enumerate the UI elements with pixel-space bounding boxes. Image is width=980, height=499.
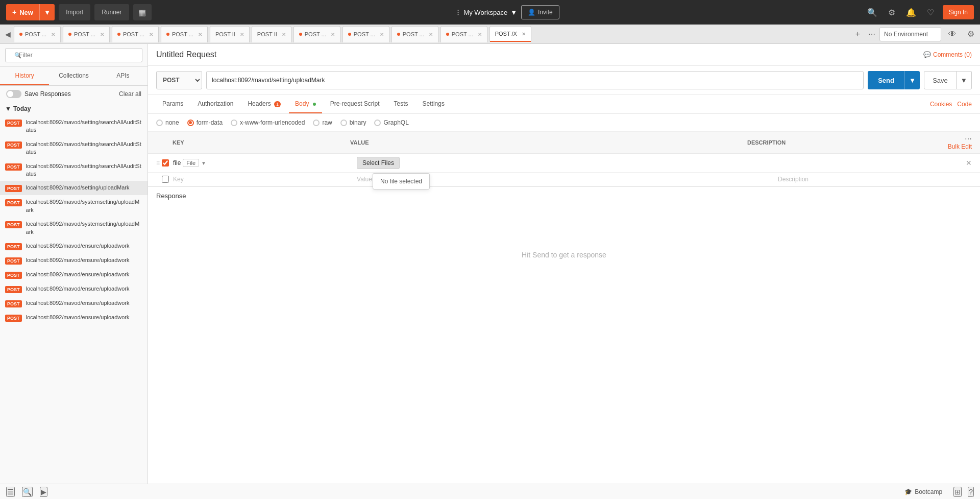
url-input[interactable]	[206, 71, 864, 89]
sidebar-tab-apis[interactable]: APIs	[99, 67, 148, 85]
new-button[interactable]: + New ▼	[6, 4, 55, 20]
bootcamp-link[interactable]: 🎓 Bootcamp	[904, 488, 942, 495]
env-eye-button[interactable]: 👁	[945, 27, 960, 41]
tab-close-icon[interactable]: ✕	[478, 32, 482, 37]
sidebar-section-today[interactable]: ▼ Today	[0, 102, 148, 115]
list-item[interactable]: POST localhost:8092/mavod/systemsetting/…	[0, 195, 148, 217]
cookies-link[interactable]: Cookies	[930, 101, 952, 108]
bottom-layout-icon[interactable]: ☰	[6, 487, 15, 497]
tab-close-icon[interactable]: ✕	[429, 32, 433, 37]
tab-item[interactable]: POST /X✕	[489, 26, 531, 42]
save-responses-toggle[interactable]	[6, 90, 21, 98]
tab-close-icon[interactable]: ✕	[380, 32, 384, 37]
radio-graphql[interactable]: GraphQL	[374, 119, 408, 126]
filter-input[interactable]	[5, 48, 142, 62]
method-badge: POST	[5, 185, 22, 192]
list-item[interactable]: POST localhost:8092/mavod/setting/search…	[0, 159, 148, 181]
env-select-wrap: No Environment 👁 ⚙	[879, 27, 978, 41]
clear-all-button[interactable]: Clear all	[119, 90, 141, 98]
new-row-key-wrap: Key	[173, 176, 357, 183]
send-button[interactable]: Send	[868, 71, 904, 89]
tab-close-icon[interactable]: ✕	[149, 32, 153, 37]
tab-settings[interactable]: Settings	[416, 95, 451, 113]
invite-button[interactable]: 👤 Invite	[521, 5, 559, 19]
no-file-tooltip: No file selected	[373, 173, 430, 189]
ellipsis-button[interactable]: ⋯	[965, 135, 972, 143]
bottom-search-icon[interactable]: 🔍	[22, 487, 33, 497]
tab-item[interactable]: POST ...✕	[63, 26, 110, 42]
radio-none[interactable]: none	[156, 119, 179, 126]
tab-close-icon[interactable]: ✕	[331, 32, 335, 37]
radio-form-data[interactable]: form-data	[187, 119, 223, 126]
heart-icon-btn[interactable]: ♡	[923, 5, 938, 19]
sidebar-tab-history[interactable]: History	[0, 67, 49, 85]
tab-item[interactable]: POST ...✕	[440, 26, 487, 42]
list-item[interactable]: POST localhost:8092/mavod/setting/search…	[0, 137, 148, 159]
list-item[interactable]: POST localhost:8092/mavod/setting/search…	[0, 115, 148, 137]
list-item[interactable]: POST localhost:8092/mavod/ensure/uploadw…	[0, 311, 148, 325]
list-item[interactable]: POST localhost:8092/mavod/ensure/uploadw…	[0, 253, 148, 268]
save-button[interactable]: Save	[924, 71, 957, 89]
row-delete-icon[interactable]: ✕	[966, 159, 972, 167]
send-arrow-button[interactable]: ▼	[904, 71, 920, 89]
tab-close-icon[interactable]: ✕	[240, 32, 244, 37]
tab-headers[interactable]: Headers 1	[241, 95, 287, 113]
list-item[interactable]: POST localhost:8092/mavod/ensure/uploadw…	[0, 282, 148, 296]
tab-item[interactable]: POST ...✕	[293, 26, 340, 42]
list-item[interactable]: POST localhost:8092/mavod/ensure/uploadw…	[0, 239, 148, 253]
list-item[interactable]: POST localhost:8092/mavod/setting/upload…	[0, 181, 148, 195]
tab-close-icon[interactable]: ✕	[100, 32, 104, 37]
radio-binary[interactable]: binary	[340, 119, 366, 126]
import-button[interactable]: Import	[59, 4, 90, 20]
list-item[interactable]: POST localhost:8092/mavod/ensure/uploadw…	[0, 268, 148, 282]
method-select[interactable]: POST GET PUT DELETE PATCH	[156, 71, 202, 89]
tab-item[interactable]: POST II✕	[252, 26, 291, 42]
new-row-checkbox[interactable]	[162, 176, 169, 183]
bottom-help-icon[interactable]: ?	[968, 487, 974, 497]
env-gear-button[interactable]: ⚙	[964, 27, 978, 41]
tab-close-icon[interactable]: ✕	[522, 31, 526, 37]
tab-label: POST ...	[305, 31, 326, 37]
radio-urlencoded[interactable]: x-www-form-urlencoded	[231, 119, 305, 126]
save-arrow-button[interactable]: ▼	[957, 71, 972, 89]
row-file-type-badge[interactable]: File	[183, 159, 199, 167]
layout-button[interactable]: ▦	[133, 4, 152, 20]
workspace-selector[interactable]: My Workspace ▼	[463, 9, 517, 16]
bottom-console-icon[interactable]: ▶	[40, 487, 47, 497]
tab-item[interactable]: POST ...✕	[14, 26, 61, 42]
new-button-arrow[interactable]: ▼	[39, 4, 55, 20]
tab-tests[interactable]: Tests	[388, 95, 414, 113]
radio-raw[interactable]: raw	[313, 119, 332, 126]
tab-params[interactable]: Params	[156, 95, 189, 113]
tab-item[interactable]: POST ...✕	[342, 26, 389, 42]
sign-in-button[interactable]: Sign In	[943, 5, 974, 19]
row-checkbox[interactable]	[162, 159, 169, 167]
tab-close-icon[interactable]: ✕	[198, 32, 202, 37]
tab-authorization[interactable]: Authorization	[191, 95, 239, 113]
list-item[interactable]: POST localhost:8092/mavod/ensure/uploadw…	[0, 296, 148, 311]
method-badge: POST	[5, 272, 22, 279]
code-link[interactable]: Code	[957, 101, 972, 108]
sidebar-tab-collections[interactable]: Collections	[49, 67, 98, 85]
tab-body[interactable]: Body	[289, 95, 322, 113]
search-icon-btn[interactable]: 🔍	[865, 5, 879, 19]
tab-item[interactable]: POST II✕	[210, 26, 250, 42]
tab-item[interactable]: POST ...✕	[161, 26, 208, 42]
tab-add-button[interactable]: +	[851, 30, 864, 39]
bulk-edit-button[interactable]: Bulk Edit	[948, 143, 972, 150]
settings-icon-btn[interactable]: ⚙	[885, 5, 899, 19]
tab-prev-button[interactable]: ◀	[2, 30, 14, 38]
runner-button[interactable]: Runner	[94, 4, 129, 20]
tab-close-icon[interactable]: ✕	[282, 32, 286, 37]
tab-close-icon[interactable]: ✕	[51, 32, 55, 37]
tab-pre-request-script[interactable]: Pre-request Script	[324, 95, 386, 113]
tab-more-button[interactable]: ⋯	[864, 30, 879, 38]
bottom-grid-icon[interactable]: ⊞	[953, 487, 962, 497]
env-select[interactable]: No Environment	[879, 27, 941, 41]
notifications-icon-btn[interactable]: 🔔	[904, 5, 918, 19]
comments-link[interactable]: 💬 Comments (0)	[923, 51, 972, 58]
list-item[interactable]: POST localhost:8092/mavod/systemsetting/…	[0, 217, 148, 239]
tab-item[interactable]: POST ...✕	[391, 26, 438, 42]
select-files-button[interactable]: Select Files	[357, 157, 400, 169]
tab-item[interactable]: POST ...✕	[112, 26, 159, 42]
